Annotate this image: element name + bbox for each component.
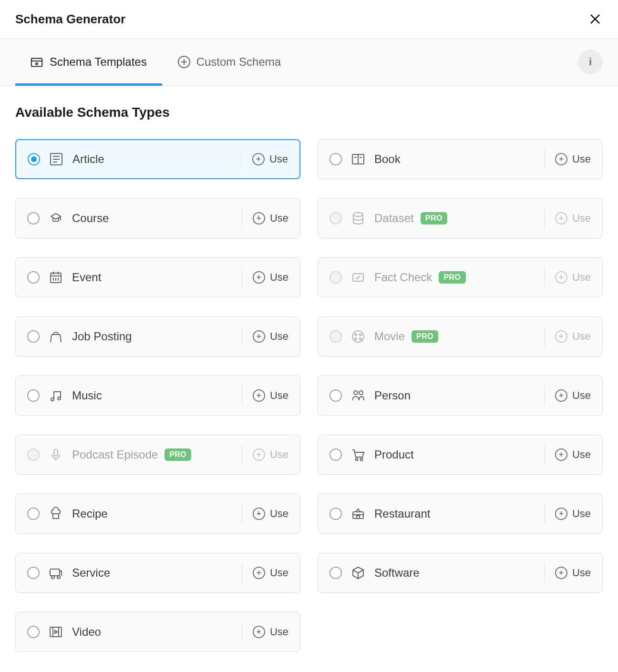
person-icon (350, 388, 366, 403)
schema-label: Book (374, 153, 401, 166)
schema-label: Movie (374, 330, 405, 343)
use-button: +Use (242, 448, 288, 461)
schema-card-factcheck: Fact CheckPRO+Use (318, 257, 603, 297)
radio[interactable] (330, 508, 342, 520)
use-label: Use (270, 448, 288, 461)
use-label: Use (270, 567, 288, 579)
tab-bar: Schema Templates Custom Schema i (0, 38, 618, 86)
schema-card-video[interactable]: Video+Use (15, 612, 300, 652)
schema-card-service[interactable]: Service+Use (15, 553, 300, 593)
use-button[interactable]: +Use (545, 153, 591, 165)
radio (330, 330, 342, 343)
article-icon (49, 152, 64, 167)
service-icon (48, 565, 63, 580)
use-button[interactable]: +Use (545, 389, 591, 402)
radio[interactable] (27, 389, 40, 402)
schema-card-recipe[interactable]: Recipe+Use (15, 494, 300, 534)
schema-label: Course (72, 212, 109, 225)
plus-circle-icon (177, 55, 191, 69)
use-label: Use (572, 212, 591, 224)
radio[interactable] (330, 153, 342, 165)
use-button[interactable]: +Use (242, 212, 288, 224)
use-label: Use (269, 153, 288, 165)
plus-circle-icon: + (555, 212, 567, 224)
restaurant-icon (350, 506, 366, 521)
schema-card-restaurant[interactable]: Restaurant+Use (318, 494, 603, 534)
radio[interactable] (330, 389, 342, 402)
schema-card-software[interactable]: Software+Use (318, 553, 603, 593)
schema-card-book[interactable]: Book+Use (318, 139, 603, 179)
schema-card-dataset: DatasetPRO+Use (318, 198, 603, 238)
plus-circle-icon: + (555, 567, 567, 579)
close-icon (589, 13, 601, 25)
use-button[interactable]: +Use (545, 448, 591, 461)
schema-card-event[interactable]: Event+Use (15, 257, 300, 297)
use-button[interactable]: +Use (242, 153, 288, 165)
plus-circle-icon: + (253, 212, 265, 224)
modal-title: Schema Generator (15, 12, 125, 27)
radio[interactable] (28, 153, 40, 165)
jobposting-icon (48, 329, 63, 344)
schema-label: Article (72, 153, 104, 166)
radio[interactable] (27, 626, 40, 638)
software-icon (350, 565, 366, 580)
radio[interactable] (27, 271, 40, 284)
schema-card-article[interactable]: Article+Use (15, 139, 300, 179)
radio (27, 448, 40, 461)
use-button: +Use (545, 271, 591, 284)
pro-badge: PRO (421, 212, 447, 224)
templates-icon (30, 55, 44, 69)
course-icon (48, 211, 63, 226)
schema-label: Dataset (374, 212, 414, 225)
use-button[interactable]: +Use (242, 389, 288, 402)
use-button[interactable]: +Use (545, 508, 591, 520)
radio[interactable] (330, 448, 342, 461)
pro-badge: PRO (412, 330, 438, 343)
plus-circle-icon: + (253, 271, 265, 284)
content-area: Available Schema Types Article+UseBook+U… (0, 86, 618, 671)
book-icon (350, 152, 366, 167)
tab-label: Schema Templates (50, 55, 147, 69)
schema-generator-modal: Schema Generator Schema Templates Custom… (0, 0, 618, 671)
use-label: Use (572, 508, 591, 520)
plus-circle-icon: + (555, 389, 567, 402)
schema-card-jobposting[interactable]: Job Posting+Use (15, 316, 300, 356)
radio[interactable] (27, 212, 40, 224)
close-button[interactable] (587, 11, 603, 27)
schema-label: Recipe (72, 507, 108, 520)
schema-card-product[interactable]: Product+Use (318, 435, 603, 475)
use-label: Use (270, 212, 288, 224)
radio[interactable] (330, 567, 342, 579)
schema-card-person[interactable]: Person+Use (318, 376, 603, 416)
info-button[interactable]: i (578, 50, 603, 74)
tab-label: Custom Schema (196, 55, 281, 69)
use-button[interactable]: +Use (242, 626, 288, 638)
radio[interactable] (27, 508, 40, 520)
plus-circle-icon: + (253, 626, 265, 638)
radio (330, 271, 342, 284)
plus-circle-icon: + (555, 271, 567, 284)
schema-card-course[interactable]: Course+Use (15, 198, 300, 238)
radio[interactable] (27, 567, 40, 579)
use-label: Use (270, 271, 288, 284)
movie-icon (350, 329, 366, 344)
use-button[interactable]: +Use (242, 271, 288, 284)
plus-circle-icon: + (253, 448, 265, 461)
plus-circle-icon: + (253, 508, 265, 520)
use-button: +Use (545, 330, 591, 343)
schema-card-podcast: Podcast EpisodePRO+Use (15, 435, 300, 475)
use-button[interactable]: +Use (242, 567, 288, 579)
schema-label: Video (72, 625, 101, 639)
use-button[interactable]: +Use (545, 567, 591, 579)
use-button[interactable]: +Use (242, 508, 288, 520)
radio[interactable] (27, 330, 40, 343)
schema-label: Restaurant (374, 507, 430, 520)
tab-schema-templates[interactable]: Schema Templates (15, 39, 162, 85)
use-button[interactable]: +Use (242, 330, 288, 343)
product-icon (350, 447, 366, 462)
recipe-icon (48, 506, 63, 521)
schema-card-movie: MoviePRO+Use (318, 316, 603, 356)
schema-card-music[interactable]: Music+Use (15, 376, 300, 416)
tab-custom-schema[interactable]: Custom Schema (162, 39, 296, 85)
use-label: Use (572, 389, 591, 402)
